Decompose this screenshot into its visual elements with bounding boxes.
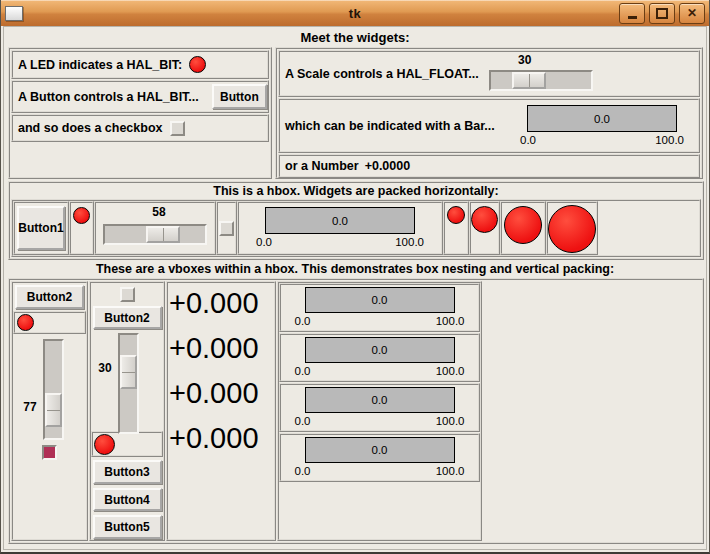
- led-row: A LED indicates a HAL_BIT:: [11, 50, 269, 79]
- button5[interactable]: Button5: [93, 515, 162, 539]
- page-title: Meet the widgets:: [4, 30, 706, 45]
- hbox-scale-trough[interactable]: [103, 224, 207, 245]
- hal-float-scale: 30: [483, 52, 603, 96]
- checkbox-row-label: and so does a checkbox: [18, 121, 163, 135]
- bar-value-box: 0.0: [305, 287, 455, 313]
- close-icon: ✕: [687, 7, 697, 19]
- col1-checkbox[interactable]: [42, 445, 57, 460]
- hbox-bar-max: 100.0: [395, 236, 424, 248]
- bar-max-label: 100.0: [436, 315, 465, 327]
- hbox-scale: 58: [99, 203, 211, 253]
- bar-max-label: 100.0: [436, 365, 465, 377]
- bar-scale-labels: 0.0 100.0: [295, 465, 465, 477]
- bar-min-label: 0.0: [295, 415, 311, 427]
- window-content: Meet the widgets: A LED indicates a HAL_…: [3, 26, 707, 550]
- col2-scale-slider[interactable]: [120, 355, 137, 389]
- button2-col1[interactable]: Button2: [15, 285, 84, 309]
- hbox-led-small: [73, 207, 90, 224]
- bar-value-box: 0.0: [305, 437, 455, 463]
- hbox-bar-value-box: 0.0: [265, 207, 415, 234]
- minimize-icon: [628, 16, 637, 19]
- hbox-led-3: [504, 206, 542, 244]
- scale-slider[interactable]: [512, 72, 546, 89]
- number-value: +0.0000: [365, 159, 411, 173]
- number-display: +0.000: [169, 420, 259, 456]
- window-controls: ✕: [619, 3, 705, 24]
- bar-row-label: which can be indicated with a Bar...: [285, 119, 495, 133]
- col2-scale-trough[interactable]: [118, 333, 139, 434]
- vbox-col3-numbers: +0.000 +0.000 +0.000 +0.000: [166, 281, 276, 541]
- bar-value-box: 0.0: [305, 387, 455, 413]
- hbox-cell-checkbox: [216, 201, 237, 255]
- col1-scale: 77: [13, 334, 86, 438]
- vbox-col1: Button2 77: [11, 281, 88, 541]
- scale-row-label: A Scale controls a HAL_FLOAT...: [285, 67, 479, 81]
- vboxes-filler: [483, 281, 701, 541]
- bar-scale-labels: 0.0 100.0: [295, 415, 465, 427]
- vbox-col4-bars: 0.0 0.0 100.0 0.0 0.0 100.0 0.0: [277, 281, 482, 541]
- number-display: +0.000: [169, 285, 259, 321]
- hal-bit-button[interactable]: Button: [212, 84, 267, 109]
- bar-indicator: 0.0 0.0 100.0: [279, 283, 480, 332]
- vboxes-title: These are a vboxes within a hbox. This d…: [4, 262, 706, 276]
- maximize-icon: [656, 8, 668, 19]
- bar-max-label: 100.0: [436, 415, 465, 427]
- hbox-scale-slider[interactable]: [146, 226, 180, 243]
- button2-col2[interactable]: Button2: [93, 306, 162, 330]
- button1[interactable]: Button1: [17, 206, 65, 250]
- hbox-cell-led3: [469, 201, 500, 255]
- hal-bar-indicator: 0.0 0.0 100.0: [520, 105, 684, 146]
- hbox-section: This is a hbox. Widgets are packed horiz…: [8, 181, 704, 260]
- col1-scale-slider[interactable]: [45, 393, 62, 427]
- hbox-title: This is a hbox. Widgets are packed horiz…: [10, 184, 702, 198]
- intro-left-panel: A LED indicates a HAL_BIT: A Button cont…: [8, 47, 272, 179]
- hbox-bar-min: 0.0: [256, 236, 272, 248]
- bar-value-box: 0.0: [527, 105, 677, 132]
- hbox-led-1: [447, 206, 465, 224]
- bar-indicator: 0.0 0.0 100.0: [279, 433, 480, 482]
- button-row-label: A Button controls a HAL_BIT...: [18, 90, 199, 104]
- bar-value: 0.0: [372, 294, 388, 306]
- button4[interactable]: Button4: [93, 488, 162, 512]
- minimize-button[interactable]: [619, 3, 645, 24]
- col1-scale-value: 77: [23, 400, 36, 414]
- bar-value: 0.0: [594, 113, 610, 125]
- close-button[interactable]: ✕: [679, 3, 705, 24]
- led-row-label: A LED indicates a HAL_BIT:: [18, 58, 182, 72]
- bar-min-label: 0.0: [295, 365, 311, 377]
- bar-scale-labels: 0.0 100.0: [295, 365, 465, 377]
- hbox-cell-led4: [500, 201, 546, 255]
- button3[interactable]: Button3: [93, 460, 162, 484]
- hbox-led-2: [471, 206, 498, 233]
- titlebar[interactable]: tk ✕: [1, 0, 709, 26]
- number-row: or a Number +0.0000: [278, 154, 700, 178]
- number-display: +0.000: [169, 375, 259, 411]
- col1-scale-trough[interactable]: [43, 339, 64, 440]
- bar-min-label: 0.0: [520, 134, 536, 146]
- scale-row: A Scale controls a HAL_FLOAT... 30: [278, 50, 700, 97]
- checkbox-row: and so does a checkbox: [11, 114, 269, 142]
- vboxes-hbox: Button2 77 Button2: [8, 278, 704, 544]
- hal-bit-led: [189, 56, 206, 73]
- col2-scale: 30: [91, 329, 163, 431]
- scale-trough[interactable]: [489, 70, 593, 91]
- hbox-scale-value: 58: [152, 205, 165, 219]
- bar-value-box: 0.0: [305, 337, 455, 363]
- bar-row: which can be indicated with a Bar... 0.0…: [278, 98, 700, 153]
- intro-right-panel: A Scale controls a HAL_FLOAT... 30 which…: [275, 47, 703, 179]
- hbox-cell-scale: 58: [94, 201, 216, 255]
- hbox-checkbox[interactable]: [219, 221, 234, 236]
- button-row: A Button controls a HAL_BIT... Button: [11, 80, 269, 113]
- col2-scale-value: 30: [98, 361, 111, 375]
- number-row-label: or a Number: [285, 159, 359, 173]
- bar-value: 0.0: [372, 344, 388, 356]
- number-display: +0.000: [169, 330, 259, 366]
- hbox-cell-button1: Button1: [13, 201, 69, 255]
- col2-checkbox[interactable]: [120, 287, 135, 302]
- hal-bit-checkbox[interactable]: [170, 121, 185, 136]
- vbox-col2: Button2 30 Button3 Button4 Button5: [89, 281, 165, 541]
- hbox-led-4: [548, 205, 596, 253]
- maximize-button[interactable]: [649, 3, 675, 24]
- hbox-cell-led5: [546, 201, 598, 255]
- hbox-bar-value: 0.0: [332, 215, 348, 227]
